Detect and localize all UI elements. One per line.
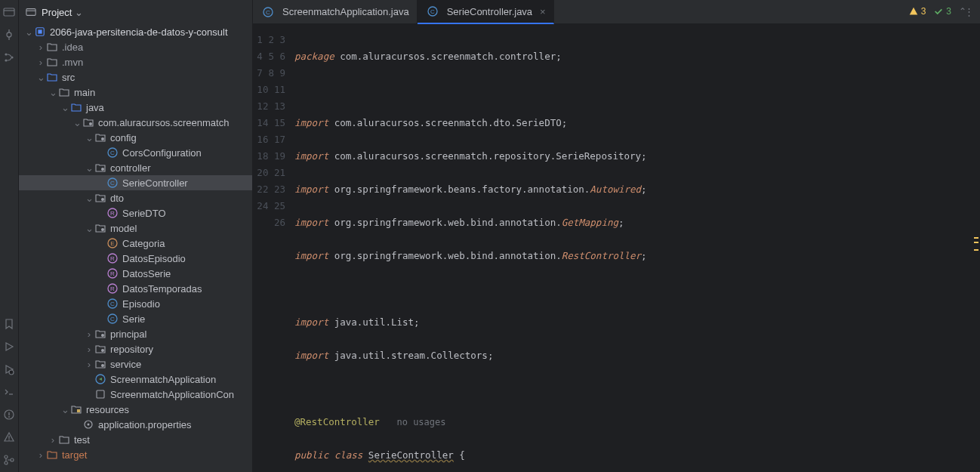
commit-tool-icon[interactable] — [3, 29, 15, 41]
svg-point-3 — [5, 59, 7, 61]
svg-rect-0 — [4, 8, 14, 16]
editor: C ScreenmatchApplication.java C SerieCon… — [253, 0, 980, 472]
tree-item[interactable]: ⌄config — [19, 130, 252, 145]
svg-point-2 — [5, 53, 7, 55]
tree-item[interactable]: ·ECategoria — [19, 236, 252, 251]
project-panel-header[interactable]: Project ⌄ — [19, 0, 252, 24]
ok-badge[interactable]: 3 — [933, 6, 951, 17]
svg-rect-12 — [26, 9, 35, 16]
project-icon — [25, 6, 37, 18]
svg-point-7 — [8, 416, 10, 418]
svg-point-11 — [11, 458, 14, 461]
svg-point-15 — [89, 122, 92, 125]
tree-item[interactable]: ›test — [19, 432, 252, 447]
project-tool-icon[interactable] — [3, 6, 15, 18]
structure-tool-icon[interactable] — [3, 51, 15, 63]
tree-item[interactable]: ⌄main — [19, 85, 252, 100]
tree-item[interactable]: ⌄resources — [19, 402, 252, 417]
svg-point-45 — [88, 424, 90, 426]
tree-item[interactable]: ·CEpisodio — [19, 296, 252, 311]
tree-item[interactable]: ›repository — [19, 341, 252, 356]
svg-text:R: R — [110, 285, 115, 292]
tree-item[interactable]: ⌄src — [19, 69, 252, 85]
tool-window-bar — [0, 0, 19, 472]
svg-point-40 — [101, 364, 104, 367]
tree-root[interactable]: ⌄2066-java-persitencia-de-datos-y-consul… — [19, 24, 252, 39]
svg-point-25 — [101, 228, 104, 231]
editor-tabs: C ScreenmatchApplication.java C SerieCon… — [253, 0, 980, 24]
svg-point-5 — [9, 370, 14, 375]
tree-item[interactable]: ›service — [19, 356, 252, 372]
svg-point-22 — [101, 198, 104, 201]
svg-text:C: C — [110, 316, 115, 322]
svg-point-1 — [7, 32, 11, 37]
terminal-tool-icon[interactable] — [3, 386, 15, 398]
svg-rect-43 — [77, 409, 80, 412]
svg-text:C: C — [110, 180, 115, 187]
tree-item[interactable]: ›target — [19, 447, 252, 462]
class-icon: C — [427, 5, 439, 17]
project-panel: Project ⌄ ⌄2066-java-persitencia-de-dato… — [19, 0, 253, 472]
tree-item[interactable]: ›.mvn — [19, 54, 252, 69]
inspections-widget[interactable]: 3 3 ⌃ — [908, 6, 966, 17]
tree-item[interactable]: ·RSerieDTO — [19, 205, 252, 221]
svg-point-8 — [8, 440, 10, 441]
error-stripe[interactable] — [972, 54, 980, 472]
tab-label: ScreenmatchApplication.java — [282, 6, 409, 17]
tree-item[interactable]: ›.idea — [19, 39, 252, 54]
tree-item-selected[interactable]: ·CSerieController — [19, 175, 252, 190]
svg-point-9 — [5, 455, 8, 458]
code-content[interactable]: package com.aluracursos.screenmatch.cont… — [294, 24, 980, 472]
tree-item[interactable]: ·RDatosTemporadas — [19, 281, 252, 296]
inspections-menu-icon[interactable]: ⌃ — [959, 6, 966, 17]
tree-item[interactable]: ⌄model — [19, 221, 252, 236]
svg-point-38 — [101, 334, 104, 337]
svg-text:C: C — [266, 9, 270, 16]
tree-item[interactable]: ·RDatosSerie — [19, 266, 252, 281]
vcs-tool-icon[interactable] — [3, 454, 15, 466]
svg-text:R: R — [110, 255, 115, 262]
svg-point-19 — [101, 168, 104, 171]
svg-point-39 — [101, 349, 104, 352]
svg-point-16 — [101, 137, 104, 140]
warnings-badge[interactable]: 3 — [908, 6, 926, 17]
svg-rect-14 — [38, 29, 42, 33]
warnings-tool-icon[interactable] — [3, 431, 15, 443]
tree-item[interactable]: ·ScreenmatchApplication — [19, 372, 252, 387]
svg-text:C: C — [430, 8, 435, 15]
project-tree[interactable]: ⌄2066-java-persitencia-de-datos-y-consul… — [19, 24, 252, 472]
tree-item[interactable]: ·RDatosEpisodio — [19, 251, 252, 266]
problems-tool-icon[interactable] — [3, 409, 15, 421]
tab-screenmatch-app[interactable]: C ScreenmatchApplication.java — [253, 0, 418, 23]
gutter: 1 2 3 4 5 6 7 8 9 10 11 12 13 14 15 16 1… — [253, 24, 294, 472]
tree-item[interactable]: ⌄controller — [19, 160, 252, 175]
svg-text:C: C — [110, 301, 115, 307]
tree-item[interactable]: ·application.properties — [19, 417, 252, 432]
tree-item[interactable]: ·CCorsConfiguration — [19, 145, 252, 160]
panel-title: Project — [42, 7, 72, 18]
tree-item[interactable]: ⌄com.aluracursos.screenmatch — [19, 115, 252, 130]
debug-tool-icon[interactable] — [3, 363, 15, 375]
svg-text:R: R — [110, 270, 115, 277]
run-tool-icon[interactable] — [3, 341, 15, 353]
tree-item[interactable]: ·ScreenmatchApplicationCon — [19, 387, 252, 402]
tab-serie-controller[interactable]: C SerieController.java × — [418, 0, 554, 24]
tree-item[interactable]: ·CSerie — [19, 311, 252, 326]
svg-rect-42 — [97, 390, 104, 398]
tree-item[interactable]: ⌄java — [19, 100, 252, 115]
tree-item[interactable]: ⌄dto — [19, 190, 252, 205]
svg-text:C: C — [110, 150, 115, 156]
close-icon[interactable]: × — [540, 6, 546, 17]
chevron-down-icon[interactable]: ⌄ — [75, 7, 83, 18]
code-area[interactable]: 1 2 3 4 5 6 7 8 9 10 11 12 13 14 15 16 1… — [253, 24, 980, 472]
tree-item[interactable]: ›principal — [19, 326, 252, 341]
svg-text:E: E — [110, 240, 114, 247]
tab-label: SerieController.java — [447, 6, 532, 17]
class-icon: C — [262, 6, 274, 18]
svg-point-10 — [5, 461, 8, 464]
svg-text:R: R — [110, 210, 115, 217]
bookmark-tool-icon[interactable] — [3, 318, 15, 330]
